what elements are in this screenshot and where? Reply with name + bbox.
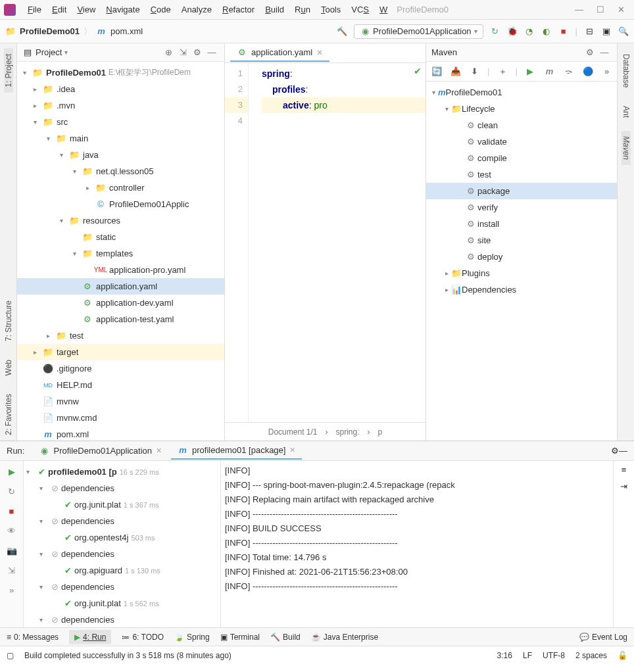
maven-tree[interactable]: ▾mProfileDemo01 ▾📁Lifecycle ⚙clean ⚙vali…: [426, 82, 617, 441]
line-ending[interactable]: LF: [523, 651, 532, 660]
coverage-icon[interactable]: ◔: [524, 26, 535, 37]
bottom-tab-run[interactable]: ▶ 4: Run: [69, 630, 111, 644]
maximize-button[interactable]: ☐: [597, 5, 604, 14]
gear-icon[interactable]: ⚙: [611, 446, 619, 456]
more-icon[interactable]: »: [600, 65, 613, 78]
close-icon[interactable]: ✕: [156, 446, 162, 455]
run-dep[interactable]: dependencies: [61, 516, 114, 526]
tree-item[interactable]: .idea: [57, 84, 75, 94]
maven-dependencies[interactable]: Dependencies: [462, 285, 516, 295]
editor-body[interactable]: 1234 spring: profiles: active: pro ✔: [225, 63, 426, 422]
tree-item[interactable]: HELP.md: [57, 380, 92, 390]
sidebar-tab-database[interactable]: Database: [622, 49, 631, 93]
close-icon[interactable]: ✕: [289, 446, 295, 454]
stop-icon[interactable]: ■: [558, 26, 569, 37]
tree-item[interactable]: src: [57, 117, 68, 127]
run-icon[interactable]: ↻: [490, 26, 500, 37]
sidebar-tab-favorites[interactable]: 2: Favorites: [4, 389, 13, 441]
bottom-tab-build[interactable]: 🔨 Build: [270, 633, 301, 642]
hide-icon[interactable]: —: [597, 45, 612, 60]
bottom-tab-todo[interactable]: ≔ 6: TODO: [122, 633, 164, 642]
menu-run[interactable]: Run: [289, 2, 316, 17]
tree-item[interactable]: ProfileDemo01Applic: [109, 199, 189, 209]
run-item[interactable]: org.junit.plat: [74, 500, 121, 510]
tree-item-selected[interactable]: application.yaml: [96, 281, 157, 291]
tree-item[interactable]: .gitignore: [57, 364, 91, 373]
menu-window[interactable]: W: [374, 2, 393, 17]
menu-vcs[interactable]: VCS: [346, 2, 374, 17]
scroll-end-icon[interactable]: ⇥: [620, 481, 627, 491]
maven-goal[interactable]: deploy: [477, 252, 502, 262]
chevron-down-icon[interactable]: ▾: [64, 49, 68, 56]
sidebar-tab-web[interactable]: Web: [4, 354, 13, 381]
run-dep[interactable]: dependencies: [61, 615, 114, 625]
gear-icon[interactable]: ⚙: [583, 45, 597, 60]
menu-build[interactable]: Build: [260, 2, 289, 17]
tree-item[interactable]: controller: [109, 183, 144, 193]
collapse-icon[interactable]: ⇲: [176, 45, 190, 60]
bottom-tab-messages[interactable]: ≡ 0: Messages: [7, 633, 59, 642]
hide-icon[interactable]: —: [619, 446, 627, 456]
tree-item[interactable]: .mvn: [57, 101, 75, 110]
indent[interactable]: 2 spaces: [575, 651, 607, 660]
tree-item[interactable]: static: [96, 232, 116, 242]
maven-goal[interactable]: install: [477, 219, 499, 229]
layout-icon[interactable]: ▣: [601, 26, 612, 37]
tree-item[interactable]: mvnw: [57, 396, 79, 406]
sidebar-tab-ant[interactable]: Ant: [622, 101, 631, 123]
menu-navigate[interactable]: Navigate: [101, 2, 145, 17]
menu-file[interactable]: File: [22, 2, 47, 17]
soft-wrap-icon[interactable]: ≡: [622, 465, 627, 475]
close-tab-icon[interactable]: ✕: [316, 48, 323, 57]
minimize-button[interactable]: —: [575, 5, 583, 14]
code-area[interactable]: spring: profiles: active: pro: [249, 63, 426, 422]
run-config-selector[interactable]: ◉ ProfileDemo01Application ▾: [354, 24, 483, 39]
run-item[interactable]: org.opentest4j: [74, 533, 128, 542]
reload-icon[interactable]: 🔄: [430, 65, 443, 78]
sidebar-tab-project[interactable]: 1: Project: [4, 49, 13, 93]
profile-icon[interactable]: ◐: [541, 26, 552, 37]
encoding[interactable]: UTF-8: [543, 651, 565, 660]
run-root[interactable]: profiledemo01 [p: [48, 467, 117, 477]
maven-goal[interactable]: clean: [477, 120, 498, 130]
tree-item[interactable]: application-dev.yaml: [96, 298, 174, 308]
run-dep[interactable]: dependencies: [61, 483, 114, 493]
debug-icon[interactable]: 🐞: [507, 26, 518, 37]
maven-goal[interactable]: test: [477, 170, 491, 180]
hammer-icon[interactable]: 🔨: [337, 26, 347, 37]
status-indicator-icon[interactable]: ▢: [7, 651, 14, 660]
export-icon[interactable]: ⇲: [5, 564, 18, 577]
maven-lifecycle[interactable]: Lifecycle: [462, 104, 495, 114]
skip-tests-icon[interactable]: ⤼: [562, 65, 575, 78]
tree-item[interactable]: test: [70, 331, 84, 341]
maven-project[interactable]: ProfileDemo01: [446, 87, 502, 97]
panel-title[interactable]: Project: [36, 47, 62, 57]
caret-position[interactable]: 3:16: [497, 651, 512, 660]
menu-refactor[interactable]: Refactor: [217, 2, 260, 17]
run-item[interactable]: org.apiguard: [74, 565, 122, 575]
bottom-tab-eventlog[interactable]: 💬 Event Log: [579, 633, 627, 642]
run-dep[interactable]: dependencies: [61, 582, 114, 592]
snapshot-icon[interactable]: 📷: [5, 544, 18, 557]
hide-icon[interactable]: —: [205, 45, 219, 60]
bottom-tab-javaee[interactable]: ☕ Java Enterprise: [311, 633, 378, 642]
generate-sources-icon[interactable]: 📥: [449, 65, 462, 78]
rerun-failed-icon[interactable]: ↻: [5, 485, 18, 498]
run-dep[interactable]: dependencies: [61, 549, 114, 559]
maven-icon[interactable]: m: [543, 65, 556, 78]
more-icon[interactable]: »: [5, 583, 18, 596]
lock-icon[interactable]: 🔓: [618, 651, 627, 660]
maven-goal[interactable]: compile: [477, 153, 507, 163]
tree-item[interactable]: mvnw.cmd: [57, 413, 97, 423]
show-passed-icon[interactable]: 👁: [5, 524, 18, 537]
inspection-ok-icon[interactable]: ✔: [414, 66, 422, 76]
gear-icon[interactable]: ⚙: [190, 45, 205, 60]
tree-root[interactable]: ProfileDemo01: [46, 68, 106, 78]
menu-analyze[interactable]: Analyze: [176, 2, 217, 17]
maven-goal[interactable]: verify: [477, 203, 498, 212]
maven-goal[interactable]: site: [477, 235, 491, 245]
bottom-tab-terminal[interactable]: ▣ Terminal: [220, 633, 260, 642]
offline-icon[interactable]: 🔵: [581, 65, 594, 78]
breadcrumb[interactable]: 📁 ProfileDemo01 〉 m pom.xml: [5, 26, 143, 37]
sidebar-tab-structure[interactable]: 7: Structure: [4, 295, 13, 347]
